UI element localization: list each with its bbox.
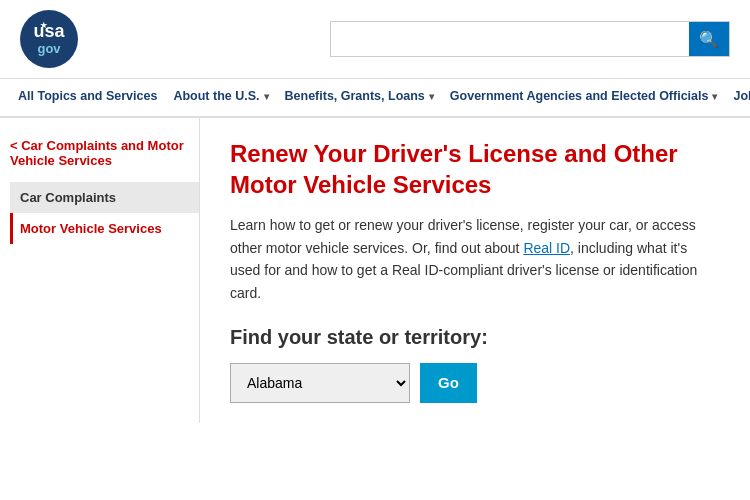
nav-label-benefits: Benefits, Grants, Loans — [285, 89, 425, 103]
sidebar-menu: Car Complaints Motor Vehicle Services — [10, 182, 199, 244]
real-id-link[interactable]: Real ID — [523, 240, 570, 256]
search-icon: 🔍 — [699, 30, 719, 49]
nav-label-about: About the U.S. — [173, 89, 259, 103]
logo[interactable]: ★ usa gov — [20, 10, 78, 68]
logo-usa-text: usa — [33, 22, 64, 42]
sidebar-item-motor-vehicle-label: Motor Vehicle Services — [20, 221, 162, 236]
nav-item-about[interactable]: About the U.S. ▾ — [165, 79, 276, 116]
nav-label-jobs: Jobs and Unemployment — [733, 89, 750, 103]
sidebar-item-car-complaints[interactable]: Car Complaints — [10, 182, 199, 213]
sidebar-item-motor-vehicle[interactable]: Motor Vehicle Services — [10, 213, 199, 244]
search-button[interactable]: 🔍 — [689, 22, 729, 56]
go-button[interactable]: Go — [420, 363, 477, 403]
nav-label-government: Government Agencies and Elected Official… — [450, 89, 709, 103]
page-title: Renew Your Driver's License and Other Mo… — [230, 138, 720, 200]
chevron-down-icon: ▾ — [429, 91, 434, 102]
nav-item-benefits[interactable]: Benefits, Grants, Loans ▾ — [277, 79, 442, 116]
nav-item-all-topics[interactable]: All Topics and Services — [10, 79, 165, 116]
content-area: Renew Your Driver's License and Other Mo… — [200, 118, 750, 423]
nav-label-all-topics: All Topics and Services — [18, 89, 157, 103]
state-selector-row: AlabamaAlaskaArizonaArkansasCaliforniaCo… — [230, 363, 720, 403]
logo-star-icon: ★ — [40, 22, 47, 31]
search-input[interactable] — [331, 22, 689, 56]
page-description: Learn how to get or renew your driver's … — [230, 214, 720, 304]
find-state-title: Find your state or territory: — [230, 326, 720, 349]
main-layout: < Car Complaints and Motor Vehicle Servi… — [0, 118, 750, 423]
chevron-down-icon: ▾ — [264, 91, 269, 102]
state-select[interactable]: AlabamaAlaskaArizonaArkansasCaliforniaCo… — [230, 363, 410, 403]
logo-gov-text: gov — [37, 42, 60, 56]
sidebar-back-link[interactable]: < Car Complaints and Motor Vehicle Servi… — [10, 138, 199, 168]
main-nav: All Topics and Services About the U.S. ▾… — [0, 79, 750, 118]
search-bar: 🔍 — [330, 21, 730, 57]
header: ★ usa gov 🔍 — [0, 0, 750, 79]
chevron-down-icon: ▾ — [712, 91, 717, 102]
sidebar: < Car Complaints and Motor Vehicle Servi… — [0, 118, 200, 423]
nav-item-jobs[interactable]: Jobs and Unemployment ▾ — [725, 79, 750, 116]
nav-item-government[interactable]: Government Agencies and Elected Official… — [442, 79, 726, 116]
sidebar-item-car-complaints-label: Car Complaints — [20, 190, 116, 205]
